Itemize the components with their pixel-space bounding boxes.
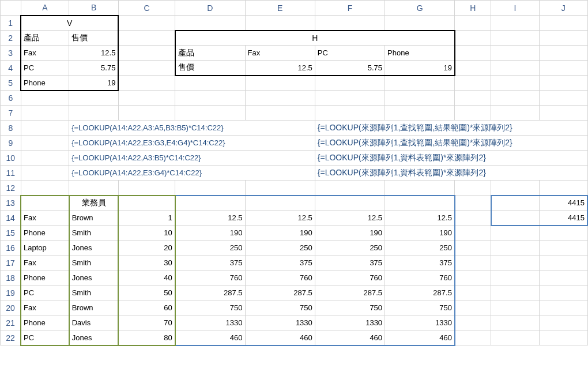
tableV-title[interactable]: V (21, 16, 118, 31)
data-units[interactable]: 70 (118, 315, 175, 330)
cell[interactable] (491, 16, 540, 31)
cell[interactable] (118, 76, 175, 91)
row-header-15[interactable]: 15 (1, 226, 21, 241)
row-header-9[interactable]: 9 (1, 136, 21, 151)
data-v1[interactable]: 12.5 (175, 211, 245, 226)
tableV-hdr-product[interactable]: 產品 (21, 31, 69, 46)
cell[interactable] (21, 106, 69, 121)
cell[interactable] (455, 31, 491, 46)
cell[interactable] (315, 76, 385, 91)
data-v2[interactable]: 750 (315, 300, 385, 315)
cell[interactable] (455, 300, 491, 315)
col-G[interactable]: G (385, 1, 455, 16)
cell[interactable] (491, 300, 540, 315)
formula-label[interactable]: 應收 H2 (21, 166, 69, 181)
row-header-10[interactable]: 10 (1, 151, 21, 166)
tableH-price[interactable]: 19 (385, 61, 455, 76)
data-h1[interactable]: 250 (245, 241, 315, 255)
data-product[interactable]: Phone (21, 226, 69, 241)
data-v2[interactable]: 190 (315, 226, 385, 241)
cell[interactable] (455, 330, 491, 345)
tableV-product[interactable]: Phone (21, 76, 69, 91)
cell[interactable] (491, 241, 540, 255)
data-h1[interactable]: 460 (245, 330, 315, 345)
data-v1[interactable]: 1330 (175, 315, 245, 330)
formula-text[interactable]: {=LOOKUP(A14:A22,A3:B5)*C14:C22} (69, 151, 315, 166)
col-A[interactable]: A (21, 1, 69, 16)
total-label-v[interactable]: 總收 V (491, 196, 540, 211)
tableH-product[interactable]: Phone (385, 46, 455, 61)
select-all-corner[interactable] (1, 1, 21, 16)
row-header-5[interactable]: 5 (1, 76, 21, 91)
tableH-price[interactable]: 5.75 (315, 61, 385, 76)
tableH-product[interactable]: PC (315, 46, 385, 61)
tableV-product[interactable]: PC (21, 61, 69, 76)
formula-desc[interactable]: {=LOOKUP(來源陣列1,查找範圍,結果範圍)*來源陣列2} (315, 121, 587, 136)
data-h1[interactable]: 760 (245, 270, 315, 285)
cell[interactable] (118, 91, 175, 106)
cell[interactable] (118, 61, 175, 76)
data-h1[interactable]: 190 (245, 226, 315, 241)
data-sales[interactable]: Davis (69, 315, 119, 330)
cell[interactable] (539, 61, 587, 76)
cell[interactable] (175, 106, 245, 121)
data-h2[interactable]: 460 (385, 330, 455, 345)
data-hdr-h2[interactable]: 應收 H2 (385, 196, 455, 211)
row-header-3[interactable]: 3 (1, 46, 21, 61)
cell[interactable] (385, 106, 455, 121)
cell[interactable] (118, 106, 175, 121)
data-sales[interactable]: Smith (69, 255, 119, 270)
data-h1[interactable]: 750 (245, 300, 315, 315)
data-h1[interactable]: 375 (245, 255, 315, 270)
cell[interactable] (491, 46, 540, 61)
data-hdr-units[interactable]: 售出單位 (118, 196, 175, 211)
cell[interactable] (385, 16, 455, 31)
formula-desc[interactable]: {=LOOKUP(來源陣列1,資料表範圍)*來源陣列2} (315, 151, 587, 166)
cell[interactable] (539, 315, 587, 330)
cell[interactable] (118, 181, 175, 196)
formula-label[interactable]: 應收 V2 (21, 151, 69, 166)
total-label-h[interactable]: 總收 H (491, 211, 540, 226)
cell[interactable] (491, 61, 540, 76)
cell[interactable] (539, 31, 587, 46)
data-sales[interactable]: Smith (69, 285, 119, 300)
cell[interactable] (455, 46, 491, 61)
cell[interactable] (491, 330, 540, 345)
col-J[interactable]: J (539, 1, 587, 16)
data-v1[interactable]: 250 (175, 241, 245, 255)
data-v2[interactable]: 375 (315, 255, 385, 270)
formula-desc[interactable]: {=LOOKUP(來源陣列1,查找範圍,結果範圍)*來源陣列2} (315, 136, 587, 151)
row-header-18[interactable]: 18 (1, 270, 21, 285)
cell[interactable] (455, 91, 491, 106)
col-B[interactable]: B (69, 1, 119, 16)
data-h2[interactable]: 375 (385, 255, 455, 270)
total-value-h[interactable]: 4415 (539, 211, 587, 226)
cell[interactable] (245, 16, 315, 31)
row-header-1[interactable]: 1 (1, 16, 21, 31)
data-h2[interactable]: 750 (385, 300, 455, 315)
data-product[interactable]: Fax (21, 255, 69, 270)
tableH-price[interactable]: 12.5 (245, 61, 315, 76)
data-v1[interactable]: 460 (175, 330, 245, 345)
cell[interactable] (455, 285, 491, 300)
cell[interactable] (491, 285, 540, 300)
data-v1[interactable]: 287.5 (175, 285, 245, 300)
data-h2[interactable]: 250 (385, 241, 455, 255)
data-v2[interactable]: 460 (315, 330, 385, 345)
cell[interactable] (455, 181, 491, 196)
row-header-17[interactable]: 17 (1, 255, 21, 270)
cell[interactable] (455, 226, 491, 241)
cell[interactable] (539, 270, 587, 285)
cell[interactable] (539, 46, 587, 61)
row-header-20[interactable]: 20 (1, 300, 21, 315)
data-product[interactable]: Laptop (21, 241, 69, 255)
cell[interactable] (455, 106, 491, 121)
data-sales[interactable]: Jones (69, 270, 119, 285)
data-v1[interactable]: 190 (175, 226, 245, 241)
cell[interactable] (455, 255, 491, 270)
cell[interactable] (491, 226, 540, 241)
cell[interactable] (491, 91, 540, 106)
cell[interactable] (539, 16, 587, 31)
formula-label[interactable]: 應收 H1 (21, 136, 69, 151)
row-header-14[interactable]: 14 (1, 211, 21, 226)
